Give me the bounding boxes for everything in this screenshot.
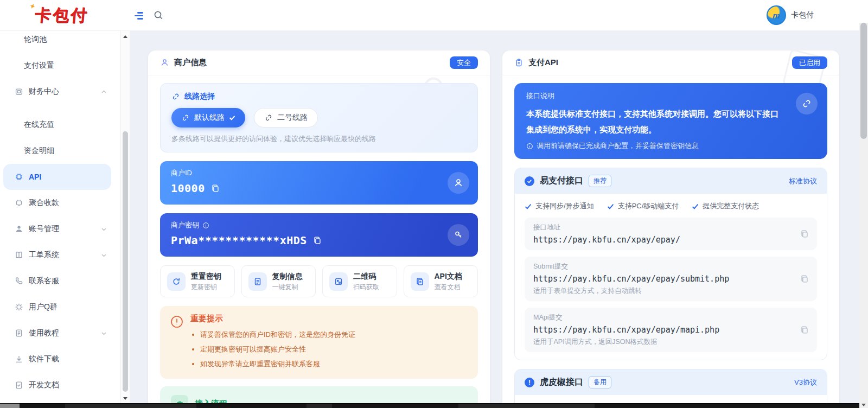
sidebar-scrollbar[interactable] xyxy=(120,30,130,404)
download-icon xyxy=(14,354,24,364)
reset-key-button[interactable]: 重置密钥 更新密钥 xyxy=(160,265,235,297)
sidebar-item-finance-center[interactable]: 财务中心 xyxy=(0,79,116,105)
line-select-hint: 多条线路可以提供更好的访问体验，建议优先选择响应最快的线路 xyxy=(171,134,467,144)
merchant-card-header: 商户信息 安全 xyxy=(148,50,490,75)
clipboard-icon xyxy=(514,58,524,67)
merchant-key-label: 商户密钥 xyxy=(171,220,467,230)
merchant-action-buttons: 重置密钥 更新密钥 复制信息 一键复制 xyxy=(160,265,478,297)
sidebar-item-user-qq-group[interactable]: 用户Q群 xyxy=(0,294,116,320)
scroll-up-arrow[interactable] xyxy=(121,33,130,41)
user-icon xyxy=(14,224,24,234)
chevron-down-icon xyxy=(101,252,107,258)
notice-list: 请妥善保管您的商户ID和密钥，这是您的身份凭证 定期更换密钥可以提高账户安全性 … xyxy=(190,327,355,371)
link-icon xyxy=(181,113,190,122)
link-circle-icon xyxy=(796,93,818,114)
security-badge: 安全 xyxy=(450,56,478,69)
payment-api-card: 支付API 已启用 接口说明 本系统提供标准支付接口，支持其他系统对接调用。您可… xyxy=(502,50,839,408)
endpoint-submit: Submit提交 https://pay.kbfu.cn/xpay/epay/s… xyxy=(525,257,817,301)
check-icon xyxy=(525,203,532,210)
taskbar-strip xyxy=(0,403,859,408)
epay-title: 易支付接口 xyxy=(540,175,583,187)
notice-item: 如发现异常请立即重置密钥并联系客服 xyxy=(200,356,355,371)
info-icon[interactable] xyxy=(202,222,209,229)
endpoint-desc: 适用于API调用方式，返回JSON格式数据 xyxy=(533,337,792,347)
sidebar-scrollbar-thumb[interactable] xyxy=(123,131,128,392)
merchant-id-value-row: 10000 xyxy=(171,182,467,195)
sidebar-item-dev-docs[interactable]: 开发文档 xyxy=(0,372,116,398)
person-circle-icon xyxy=(448,172,469,194)
avatar: m xyxy=(767,5,786,25)
docs-copy-icon xyxy=(411,272,429,291)
page-scrollbar[interactable] xyxy=(859,23,868,408)
warning-icon xyxy=(170,315,184,329)
scroll-down-arrow[interactable] xyxy=(121,394,130,403)
line-options: 默认线路 二号线路 xyxy=(171,108,467,127)
sidebar-item-online-recharge[interactable]: 在线充值 xyxy=(0,112,116,138)
backup-tag: 备用 xyxy=(589,376,611,388)
api-docs-button[interactable]: API文档 查看文档 xyxy=(404,265,478,297)
sidebar-item-software-download[interactable]: 软件下载 xyxy=(0,346,116,372)
sidebar-item-ticket-system[interactable]: 工单系统 xyxy=(0,242,116,268)
phone-icon xyxy=(14,276,24,286)
sidebar-item-polling-pool[interactable]: 轮询池 xyxy=(0,30,116,53)
copy-icon xyxy=(312,235,322,245)
merchant-key-panel: 商户密钥 PrWa************xHDS xyxy=(160,213,478,257)
copy-endpoint-button[interactable] xyxy=(800,274,809,284)
sidebar-item-api[interactable]: API xyxy=(3,164,111,190)
check-circle-icon xyxy=(525,176,534,186)
sidebar: 轮询池 支付设置 财务中心 在线充值 资金明细 xyxy=(0,30,116,404)
link-icon xyxy=(171,92,180,101)
merchant-info-card: 商户信息 安全 线路选择 xyxy=(148,50,490,408)
link-icon xyxy=(264,113,273,122)
merchant-key-value-row: PrWa************xHDS xyxy=(171,234,467,247)
api-card-title: 支付API xyxy=(528,58,558,68)
topbar: 卡包付 m 卡包付 xyxy=(0,0,868,31)
epay-section-body: 支持同步/异步通知 支持PC/移动端支付 提供完整支付状态 xyxy=(515,194,827,360)
copy-merchant-key-button[interactable] xyxy=(312,235,322,245)
document-check-icon xyxy=(14,380,24,390)
sidebar-item-payment-settings[interactable]: 支付设置 xyxy=(0,53,116,79)
endpoint-url: https://pay.kbfu.cn/xpay/epay/submit.php xyxy=(533,274,792,284)
check-icon xyxy=(607,203,614,210)
hupijiao-api-section: ! 虎皮椒接口 备用 V3协议 支持异步通知 xyxy=(514,369,827,408)
user-menu[interactable]: m 卡包付 xyxy=(767,5,814,25)
copy-info-button[interactable]: 复制信息 一键复制 xyxy=(241,265,316,297)
qrcode-button[interactable]: 二维码 扫码获取 xyxy=(322,265,397,297)
chevron-down-icon xyxy=(101,226,107,232)
info-icon xyxy=(526,143,533,150)
page-scrollbar-thumb[interactable] xyxy=(860,23,867,139)
hupijiao-protocol-link[interactable]: V3协议 xyxy=(794,378,817,387)
qrcode-icon xyxy=(329,272,348,291)
epay-api-section: 易支付接口 推荐 标准协议 支持同步/异步通知 xyxy=(514,168,827,360)
notice-content: 重要提示 请妥善保管您的商户ID和密钥，这是您的身份凭证 定期更换密钥可以提高账… xyxy=(190,314,355,371)
book-icon xyxy=(14,250,24,260)
merchant-card-title: 商户信息 xyxy=(174,58,207,68)
refresh-icon xyxy=(167,272,186,291)
epay-protocol-link[interactable]: 标准协议 xyxy=(789,176,817,186)
copy-endpoint-button[interactable] xyxy=(800,325,809,335)
document-icon xyxy=(14,328,24,338)
app-window: 卡包付 m 卡包付 轮询池 支付设置 xyxy=(0,0,868,408)
notice-item: 定期更换密钥可以提高账户安全性 xyxy=(200,342,355,356)
api-card-header: 支付API 已启用 xyxy=(502,50,839,75)
feature-item: 支持同步/异步通知 xyxy=(525,201,594,211)
copy-endpoint-button[interactable] xyxy=(800,229,809,239)
sidebar-collapse-button[interactable] xyxy=(135,10,146,22)
line-option-default[interactable]: 默认线路 xyxy=(171,108,245,127)
epay-features: 支持同步/异步通知 支持PC/移动端支付 提供完整支付状态 xyxy=(525,201,817,211)
page-scroll-down-arrow[interactable] xyxy=(861,404,866,406)
sidebar-item-account-management[interactable]: 账号管理 xyxy=(0,216,116,242)
line-option-second[interactable]: 二号线路 xyxy=(254,108,318,127)
hupijiao-title: 虎皮椒接口 xyxy=(540,377,583,388)
line-select-panel: 线路选择 默认线路 xyxy=(160,83,478,152)
copy-merchant-id-button[interactable] xyxy=(210,183,220,193)
sidebar-item-tutorials[interactable]: 使用教程 xyxy=(0,320,116,346)
api-intro-panel: 接口说明 本系统提供标准支付接口，支持其他系统对接调用。您可以将以下接口集成到您… xyxy=(514,83,827,159)
search-button[interactable] xyxy=(152,10,164,22)
sidebar-item-fund-details[interactable]: 资金明细 xyxy=(0,138,116,164)
sidebar-item-aggregate-collection[interactable]: 聚合收款 xyxy=(0,190,116,216)
sidebar-item-contact-support[interactable]: 联系客服 xyxy=(0,268,116,294)
merchant-id-value: 10000 xyxy=(171,182,205,195)
brand-logo[interactable]: 卡包付 xyxy=(34,5,89,25)
copy-icon xyxy=(800,274,809,284)
